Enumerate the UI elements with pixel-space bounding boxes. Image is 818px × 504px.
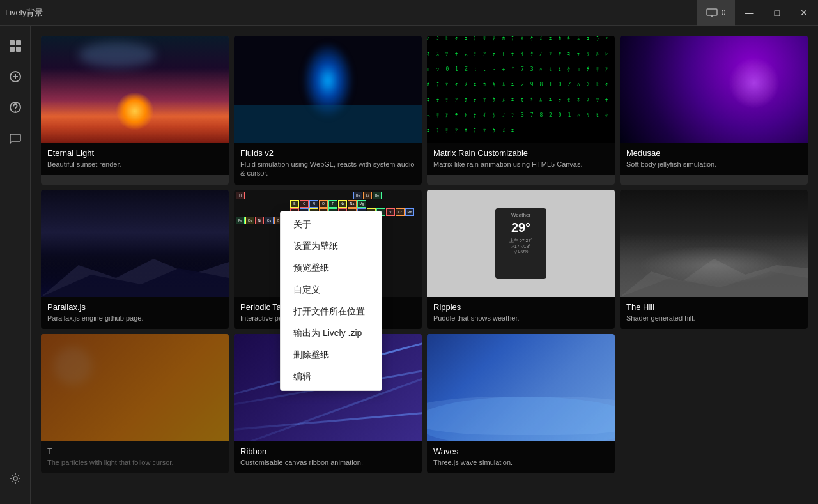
context-item-customize[interactable]: 自定义 <box>281 279 382 301</box>
thumb-medusae <box>620 36 808 143</box>
period-cell: Ne <box>338 200 347 208</box>
card-desc-ribbon: Customisable canvas ribbon animation. <box>240 458 415 467</box>
main-layout: Eternal Light Beautiful sunset render. F… <box>0 26 818 504</box>
monitor-button[interactable]: 0 <box>697 0 735 26</box>
period-cell: N <box>309 200 318 208</box>
card-name-eternal-light: Eternal Light <box>47 148 222 158</box>
context-menu: 关于 设置为壁纸 预览壁纸 自定义 打开文件所在位置 输出为 Lively .z… <box>280 211 382 391</box>
period-cell: Fe <box>236 217 245 224</box>
close-button[interactable]: ✕ <box>790 0 818 26</box>
period-cell: Cu <box>265 217 274 224</box>
thumb-ripples: Weather 29° 上午 07:27° △17 ▽18° ▽ 0.0% <box>427 190 615 297</box>
sidebar-item-help[interactable] <box>3 95 28 120</box>
svg-point-7 <box>13 477 17 480</box>
card-info-ripples: Ripples Puddle that shows weather. <box>427 297 615 329</box>
maximize-button[interactable]: □ <box>764 0 790 26</box>
window-controls: 0 — □ ✕ <box>697 0 818 26</box>
card-desc-fluids-v2: Fluid simulation using WebGL, reacts wit… <box>240 160 415 178</box>
period-cell: F <box>328 200 337 208</box>
period-cell: Li <box>363 192 372 199</box>
sidebar-item-feedback[interactable] <box>3 125 28 151</box>
card-desc-ripples: Puddle that shows weather. <box>433 314 608 323</box>
period-cell: Co <box>245 217 254 224</box>
card-name-parallax: Parallax.js <box>47 302 222 312</box>
wallpaper-card-eternal-light[interactable]: Eternal Light Beautiful sunset render. <box>41 36 229 185</box>
period-cell: H <box>236 192 245 199</box>
period-cell: B <box>290 200 299 208</box>
wallpaper-card-matrix-rain[interactable]: ﾊﾐﾋｸｺﾁﾘｱﾎﾃ ﾏｹﾒｴｶｷﾑﾕﾗｾ ﾈｽﾂｻﾣﾘｱﾃﾄﾅ ｲｸﾉﾌﾔﾖﾗ… <box>427 36 615 185</box>
svg-rect-2 <box>16 40 21 45</box>
wallpaper-card-t[interactable]: T The particles with light that follow c… <box>41 334 229 473</box>
card-info-the-hill: The Hill Shader generated hill. <box>620 297 808 329</box>
card-name-t: T <box>47 447 222 456</box>
card-name-medusae: Medusae <box>626 148 801 158</box>
wallpaper-card-fluids-v2[interactable]: Fluids v2 Fluid simulation using WebGL, … <box>234 36 422 185</box>
card-desc-waves: Three.js wave simulation. <box>433 458 608 467</box>
matrix-chars: ﾊﾐﾋｸｺﾁﾘｱﾎﾃ ﾏｹﾒｴｶｷﾑﾕﾗｾ ﾈｽﾂｻﾣﾘｱﾃﾄﾅ ｲｸﾉﾌﾔﾖﾗ… <box>427 36 615 143</box>
card-name-ribbon: Ribbon <box>240 447 415 456</box>
card-name-ripples: Ripples <box>433 302 608 312</box>
content-area: Eternal Light Beautiful sunset render. F… <box>31 26 818 504</box>
card-info-fluids-v2: Fluids v2 Fluid simulation using WebGL, … <box>234 143 422 185</box>
card-desc-medusae: Soft body jellyfish simulation. <box>626 160 801 169</box>
period-cell: He <box>353 192 362 199</box>
sidebar-item-add[interactable] <box>3 64 28 89</box>
context-item-delete[interactable]: 删除壁纸 <box>281 344 382 366</box>
wallpaper-card-parallax[interactable]: Parallax.js Parallax.js engine github pa… <box>41 190 229 329</box>
titlebar: Lively背景 0 — □ ✕ <box>0 0 818 26</box>
thumb-eternal-light <box>41 36 229 143</box>
thumb-the-hill <box>620 190 808 297</box>
card-info-eternal-light: Eternal Light Beautiful sunset render. <box>41 143 229 175</box>
context-item-preview[interactable]: 预览壁纸 <box>281 257 382 279</box>
ripples-label: Weather <box>511 212 530 218</box>
period-cell: Na <box>348 200 357 208</box>
ripples-info: 上午 07:27° △17 ▽18° ▽ 0.0% <box>509 238 532 254</box>
thumb-fluids-v2 <box>234 36 422 143</box>
period-cell: Mn <box>405 208 414 216</box>
card-info-medusae: Medusae Soft body jellyfish simulation. <box>620 143 808 175</box>
period-cell: C <box>300 200 309 208</box>
monitor-icon <box>706 8 718 17</box>
card-name-waves: Waves <box>433 447 608 456</box>
card-desc-parallax: Parallax.js engine github page. <box>47 314 222 323</box>
ripples-temp: 29° <box>511 220 530 235</box>
wallpaper-grid: Eternal Light Beautiful sunset render. F… <box>41 36 808 473</box>
thumb-waves <box>427 334 615 441</box>
context-item-export[interactable]: 输出为 Lively .zip <box>281 323 382 344</box>
svg-rect-0 <box>707 9 717 15</box>
sidebar-item-grid[interactable] <box>3 33 28 59</box>
wallpaper-card-waves[interactable]: Waves Three.js wave simulation. <box>427 334 615 473</box>
wallpaper-card-the-hill[interactable]: The Hill Shader generated hill. <box>620 190 808 329</box>
context-item-about[interactable]: 关于 <box>281 214 382 236</box>
context-item-open-location[interactable]: 打开文件所在位置 <box>281 301 382 323</box>
minimize-button[interactable]: — <box>735 0 764 26</box>
thumb-t <box>41 334 229 441</box>
app-title: Lively背景 <box>5 7 43 19</box>
svg-rect-4 <box>16 47 21 52</box>
card-info-t: T The particles with light that follow c… <box>41 441 229 473</box>
card-desc-eternal-light: Beautiful sunset render. <box>47 160 222 169</box>
wallpaper-card-ripples[interactable]: Weather 29° 上午 07:27° △17 ▽18° ▽ 0.0% Ri… <box>427 190 615 329</box>
card-info-waves: Waves Three.js wave simulation. <box>427 441 615 473</box>
period-cell: Cr <box>396 208 405 216</box>
svg-rect-3 <box>10 47 15 52</box>
sidebar <box>0 26 31 504</box>
period-cell: Ni <box>255 217 264 224</box>
card-desc-matrix-rain: Matrix like rain animation using HTML5 C… <box>433 160 608 169</box>
period-cell: Mg <box>357 200 366 208</box>
context-item-set-wallpaper[interactable]: 设置为壁纸 <box>281 236 382 257</box>
period-cell: Be <box>373 192 382 199</box>
thumb-parallax <box>41 190 229 297</box>
ripples-weather-widget: Weather 29° 上午 07:27° △17 ▽18° ▽ 0.0% <box>495 208 546 279</box>
period-spacer <box>236 200 289 208</box>
thumb-matrix-rain: ﾊﾐﾋｸｺﾁﾘｱﾎﾃ ﾏｹﾒｴｶｷﾑﾕﾗｾ ﾈｽﾂｻﾣﾘｱﾃﾄﾅ ｲｸﾉﾌﾔﾖﾗ… <box>427 36 615 143</box>
sidebar-item-settings[interactable] <box>3 466 28 491</box>
context-item-edit[interactable]: 编辑 <box>281 366 382 388</box>
wallpaper-card-medusae[interactable]: Medusae Soft body jellyfish simulation. <box>620 36 808 185</box>
monitor-count: 0 <box>722 8 726 17</box>
period-cell: V <box>386 208 395 216</box>
period-cell: O <box>319 200 328 208</box>
period-spacer <box>245 192 353 199</box>
card-name-matrix-rain: Matrix Rain Customizable <box>433 148 608 158</box>
card-info-matrix-rain: Matrix Rain Customizable Matrix like rai… <box>427 143 615 175</box>
